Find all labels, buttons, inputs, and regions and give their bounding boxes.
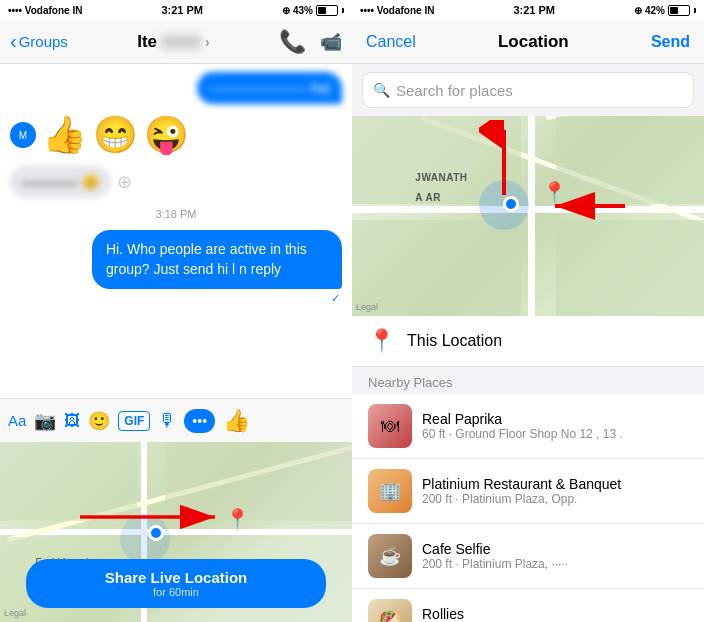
map-block-1 bbox=[0, 442, 137, 521]
r-block-3 bbox=[556, 116, 704, 204]
chevron-right-icon: › bbox=[205, 34, 210, 50]
back-chevron: ‹ bbox=[10, 30, 17, 53]
status-bar-right: •••• Vodafone IN 3:21 PM ⊕ 42% bbox=[352, 0, 704, 20]
carrier-left: •••• Vodafone IN bbox=[8, 5, 82, 16]
place-thumbnail-0: 🍽 bbox=[368, 404, 412, 448]
place-detail-1: 200 ft · Platinium Plaza, Opp. bbox=[422, 492, 688, 506]
place-info-2: Cafe Selfie 200 ft · Platinium Plaza, ··… bbox=[422, 541, 688, 571]
map-label-aar: A AR bbox=[415, 192, 441, 203]
emoji-thumbs-up: 👍 bbox=[42, 114, 87, 156]
aa-label[interactable]: Aa bbox=[8, 412, 26, 429]
message-text: ——————— hai bbox=[209, 80, 330, 96]
back-label: Groups bbox=[19, 33, 68, 50]
search-icon: 🔍 bbox=[373, 82, 390, 98]
microphone-icon[interactable]: 🎙 bbox=[158, 410, 176, 431]
place-name-3: Rollies bbox=[422, 606, 688, 622]
battery-right bbox=[668, 5, 690, 16]
video-icon[interactable]: 📹 bbox=[320, 31, 342, 53]
share-btn-label: Share Live Location bbox=[26, 569, 326, 586]
carrier-right: •••• Vodafone IN bbox=[360, 5, 434, 16]
timestamp-1: 3:18 PM bbox=[10, 208, 342, 220]
place-info-1: Platinium Restaurant & Banquet 200 ft · … bbox=[422, 476, 688, 506]
battery-tip-right bbox=[694, 8, 696, 13]
emoji-in-msg: 😊 bbox=[82, 174, 99, 190]
map-block-3 bbox=[165, 442, 352, 521]
time-right: 3:21 PM bbox=[513, 4, 555, 16]
map-label-jwanath: JWANATH bbox=[415, 172, 467, 183]
input-bar: Aa 📷 🖼 🙂 GIF 🎙 ••• 👍 bbox=[0, 398, 352, 442]
cancel-button[interactable]: Cancel bbox=[366, 33, 416, 51]
battery-percent-right: 42% bbox=[645, 5, 665, 16]
place-row-3[interactable]: 🥙 Rollies 100 ft · 10, Ground Floor, Pav… bbox=[352, 589, 704, 622]
share-btn-sublabel: for 60min bbox=[26, 586, 326, 598]
message-bubble-blurred-1: ——————— hai bbox=[197, 72, 342, 104]
nav-bar-right: Cancel Location Send bbox=[352, 20, 704, 64]
send-button[interactable]: Send bbox=[651, 33, 690, 51]
place-thumbnail-3: 🥙 bbox=[368, 599, 412, 622]
more-options-button[interactable]: ••• bbox=[184, 409, 215, 433]
message-bubble-large: Hi. Who people are active in this group?… bbox=[92, 230, 342, 289]
nearby-places-header: Nearby Places bbox=[352, 367, 704, 394]
gif-button[interactable]: GIF bbox=[118, 411, 150, 431]
map-pin-right: 📍 bbox=[542, 182, 567, 202]
share-live-location-button[interactable]: Share Live Location for 60min bbox=[26, 559, 326, 608]
read-checkmark: ✓ bbox=[331, 292, 340, 305]
left-panel: •••• Vodafone IN 3:21 PM ⊕ 43% ‹ Groups … bbox=[0, 0, 352, 622]
r-road-vertical bbox=[528, 116, 535, 316]
place-thumbnail-2: ☕ bbox=[368, 534, 412, 578]
message-text-blurred: ———— bbox=[22, 174, 78, 190]
right-map-background: JWANATH A AR 📍 Legal bbox=[352, 116, 704, 316]
phone-icon[interactable]: 📞 bbox=[279, 29, 306, 55]
battery-fill-right bbox=[670, 7, 678, 14]
location-list: 📍 This Location Nearby Places 🍽 Real Pap… bbox=[352, 316, 704, 622]
right-map[interactable]: JWANATH A AR 📍 Legal bbox=[352, 116, 704, 316]
r-block-4 bbox=[556, 220, 704, 316]
map-pin-left: 📍 bbox=[225, 507, 250, 531]
chat-title-blurred bbox=[161, 35, 201, 49]
place-info-3: Rollies 100 ft · 10, Ground Floor, Pavil… bbox=[422, 606, 688, 622]
chat-title-text: Ite bbox=[137, 32, 157, 52]
avatar-small: M bbox=[10, 122, 36, 148]
location-title: Location bbox=[498, 32, 569, 52]
place-row-0[interactable]: 🍽 Real Paprika 60 ft · Ground Floor Shop… bbox=[352, 394, 704, 459]
time-left: 3:21 PM bbox=[161, 4, 203, 16]
place-detail-0: 60 ft · Ground Floor Shop No 12 , 13 . bbox=[422, 427, 688, 441]
place-name-2: Cafe Selfie bbox=[422, 541, 688, 557]
blue-location-dot bbox=[148, 525, 164, 541]
battery-percent-left: 43% bbox=[293, 5, 313, 16]
emoji-grin: 😁 bbox=[93, 114, 138, 156]
nav-actions-left: 📞 📹 bbox=[279, 29, 342, 55]
camera-icon[interactable]: 📷 bbox=[34, 410, 56, 432]
this-location-pin-icon: 📍 bbox=[368, 328, 395, 354]
location-icon-left: ⊕ bbox=[282, 5, 290, 16]
emoji-icon[interactable]: 🙂 bbox=[88, 410, 110, 432]
thumbs-up-send-icon[interactable]: 👍 bbox=[223, 408, 250, 434]
message-text-large: Hi. Who people are active in this group?… bbox=[106, 241, 307, 277]
messages-area: ——————— hai M 👍 😁 😜 ———— 😊 ⊕ 3:18 PM Hi. bbox=[0, 64, 352, 398]
search-bar[interactable]: 🔍 Search for places bbox=[362, 72, 694, 108]
place-row-2[interactable]: ☕ Cafe Selfie 200 ft · Platinium Plaza, … bbox=[352, 524, 704, 589]
search-placeholder: Search for places bbox=[396, 82, 513, 99]
dots-icon: ••• bbox=[192, 413, 207, 429]
battery-left bbox=[316, 5, 338, 16]
add-reaction-icon[interactable]: ⊕ bbox=[117, 171, 132, 193]
emoji-tongue: 😜 bbox=[144, 114, 189, 156]
search-container: 🔍 Search for places bbox=[352, 64, 704, 116]
avatar-icon: M bbox=[19, 130, 27, 141]
back-button[interactable]: ‹ Groups bbox=[10, 30, 68, 53]
legal-text-left: Legal bbox=[4, 608, 26, 618]
place-thumbnail-1: 🏢 bbox=[368, 469, 412, 513]
place-row-1[interactable]: 🏢 Platinium Restaurant & Banquet 200 ft … bbox=[352, 459, 704, 524]
photo-icon[interactable]: 🖼 bbox=[64, 412, 80, 430]
status-bar-left: •••• Vodafone IN 3:21 PM ⊕ 43% bbox=[0, 0, 352, 20]
this-location-row[interactable]: 📍 This Location bbox=[352, 316, 704, 367]
battery-tip-left bbox=[342, 8, 344, 13]
place-detail-2: 200 ft · Platinium Plaza, ····· bbox=[422, 557, 688, 571]
battery-fill-left bbox=[318, 7, 326, 14]
place-info-0: Real Paprika 60 ft · Ground Floor Shop N… bbox=[422, 411, 688, 441]
this-location-label: This Location bbox=[407, 332, 502, 350]
place-name-1: Platinium Restaurant & Banquet bbox=[422, 476, 688, 492]
right-panel: •••• Vodafone IN 3:21 PM ⊕ 42% Cancel Lo… bbox=[352, 0, 704, 622]
bottom-map: Farki Lassi 📍 Legal Share Live Location … bbox=[0, 442, 352, 622]
message-row-left-blurred: ———— 😊 ⊕ bbox=[10, 166, 342, 198]
